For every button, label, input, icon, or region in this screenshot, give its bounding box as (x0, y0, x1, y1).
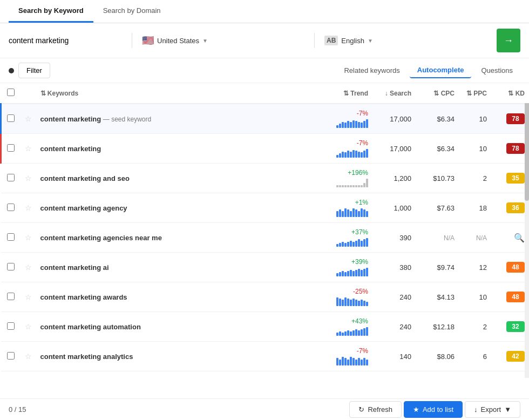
row-checkbox[interactable] (7, 293, 15, 300)
add-to-list-button[interactable]: ★ Add to list (404, 401, 463, 418)
row-checkbox[interactable] (7, 352, 15, 360)
trend-bar-segment (339, 331, 341, 336)
ppc-cell: 10 (459, 134, 491, 164)
trend-bar-segment (344, 272, 347, 276)
trend-bar-segment (358, 239, 360, 247)
footer: 0 / 15 ↻ Refresh ★ Add to list ↓ Export … (0, 398, 529, 420)
trend-bar-segment (339, 243, 341, 247)
row-checkbox[interactable] (7, 322, 15, 330)
favorite-star-icon[interactable]: ☆ (25, 293, 32, 301)
trend-bar-segment (336, 185, 338, 187)
favorite-star-icon[interactable]: ☆ (25, 352, 32, 361)
trend-bar-segment (342, 152, 344, 158)
row-checkbox[interactable] (7, 263, 15, 270)
trend-bar-segment (355, 151, 357, 158)
search-volume-cell: 70 (372, 371, 416, 378)
add-to-list-label: Add to list (423, 405, 453, 414)
trend-bar-segment (363, 121, 365, 128)
trend-bar-segment (363, 239, 365, 247)
trend-bar-segment (366, 327, 368, 336)
trend-cell: +196% (308, 164, 372, 193)
row-checkbox[interactable] (7, 233, 15, 241)
ppc-cell: 23 (459, 371, 491, 378)
trend-bar-segment (350, 122, 352, 128)
trend-bar-segment (347, 121, 349, 128)
page-wrapper: Search by Keyword Search by Domain 🇺🇸 Un… (0, 0, 529, 420)
export-button[interactable]: ↓ Export ▼ (465, 401, 520, 418)
select-all-checkbox[interactable] (7, 89, 15, 96)
country-select[interactable]: 🇺🇸 United States ▼ (137, 31, 310, 50)
keywords-table: ⇅ Keywords ⇅ Trend ↓ Search ⇅ CPC ⇅ PPC (0, 83, 529, 378)
trend-bars (336, 356, 368, 365)
col-header-keywords[interactable]: ⇅ Keywords (36, 83, 308, 104)
trend-bar-segment (347, 209, 349, 217)
table-row: ☆content marketing agency+1%1,000$7.6318… (1, 193, 530, 223)
ppc-cell: 10 (459, 282, 491, 312)
trend-bar-segment (336, 155, 338, 158)
favorite-star-icon[interactable]: ☆ (25, 233, 32, 242)
trend-bar-segment (350, 270, 352, 276)
trend-bar-segment (358, 211, 360, 217)
col-header-cpc[interactable]: ⇅ CPC (416, 83, 459, 104)
table-row: ☆content marketing ai+39%380$9.741248 (1, 253, 530, 282)
favorite-star-icon[interactable]: ☆ (25, 263, 32, 272)
tab-questions[interactable]: Questions (473, 63, 520, 78)
trend-bar-segment (366, 238, 368, 247)
flag-icon: 🇺🇸 (142, 35, 154, 46)
favorite-star-icon[interactable]: ☆ (25, 204, 32, 212)
trend-bar-segment (342, 185, 344, 187)
tab-search-by-domain[interactable]: Search by Domain (93, 0, 171, 23)
trend-bar-segment (366, 302, 368, 306)
search-col-label: ↓ Search (385, 90, 411, 97)
trend-bar-segment (336, 358, 338, 365)
row-checkbox[interactable] (7, 174, 15, 181)
trend-bar-segment (339, 153, 341, 158)
trend-bar-segment (361, 300, 363, 306)
table-scroll-area[interactable]: ⇅ Keywords ⇅ Trend ↓ Search ⇅ CPC ⇅ PPC (0, 83, 529, 378)
kd-badge: 78 (506, 143, 525, 154)
cpc-cell: $12.18 (416, 312, 459, 342)
trend-bar-segment (366, 179, 368, 187)
ppc-cell: 2 (459, 164, 491, 193)
go-button[interactable]: → (497, 29, 520, 52)
favorite-star-icon[interactable]: ☆ (25, 144, 32, 153)
favorite-star-icon[interactable]: ☆ (25, 322, 32, 331)
col-header-search[interactable]: ↓ Search (372, 83, 416, 104)
refresh-button[interactable]: ↻ Refresh (349, 401, 402, 418)
table-header-row: ⇅ Keywords ⇅ Trend ↓ Search ⇅ CPC ⇅ PPC (1, 83, 530, 104)
keyword-cell: content marketing and seo (36, 164, 308, 193)
tab-related-keywords[interactable]: Related keywords (336, 63, 407, 78)
col-header-check (1, 83, 21, 104)
cpc-cell: $4.13 (416, 282, 459, 312)
keyword-cell: content marketing awards (36, 282, 308, 312)
kd-cell: 78 (491, 134, 529, 164)
col-header-ppc[interactable]: ⇅ PPC (459, 83, 491, 104)
table-body: ☆content marketing — seed keyword-7%17,0… (1, 104, 530, 378)
tab-search-by-keyword[interactable]: Search by Keyword (9, 0, 93, 23)
keyword-input[interactable] (9, 34, 127, 47)
trend-cell: +1% (308, 193, 372, 223)
row-checkbox[interactable] (7, 144, 15, 152)
trend-bar-segment (344, 358, 347, 365)
favorite-star-icon[interactable]: ☆ (25, 114, 32, 123)
trend-bar-segment (350, 185, 352, 187)
trend-bar-segment (361, 329, 363, 336)
language-select[interactable]: AB English ▼ (319, 32, 492, 49)
tab-autocomplete[interactable]: Autocomplete (410, 63, 472, 78)
export-label: Export (481, 405, 501, 414)
col-header-kd[interactable]: ⇅ KD (491, 83, 529, 104)
cpc-cell: $7.63 (416, 193, 459, 223)
row-checkbox[interactable] (7, 204, 15, 211)
trend-percentage: -25% (353, 288, 368, 295)
trend-bars (336, 267, 368, 276)
trend-percentage: -7% (357, 139, 368, 147)
trend-bar-segment (366, 360, 368, 365)
favorite-star-icon[interactable]: ☆ (25, 174, 32, 182)
col-header-trend[interactable]: ⇅ Trend (308, 83, 372, 104)
kd-cell: 35 (491, 164, 529, 193)
trend-bar-segment (363, 183, 365, 187)
row-checkbox[interactable] (7, 114, 15, 122)
filter-button[interactable]: Filter (18, 63, 50, 78)
trend-cell: -24% (308, 371, 372, 378)
trend-bar-segment (347, 330, 349, 336)
